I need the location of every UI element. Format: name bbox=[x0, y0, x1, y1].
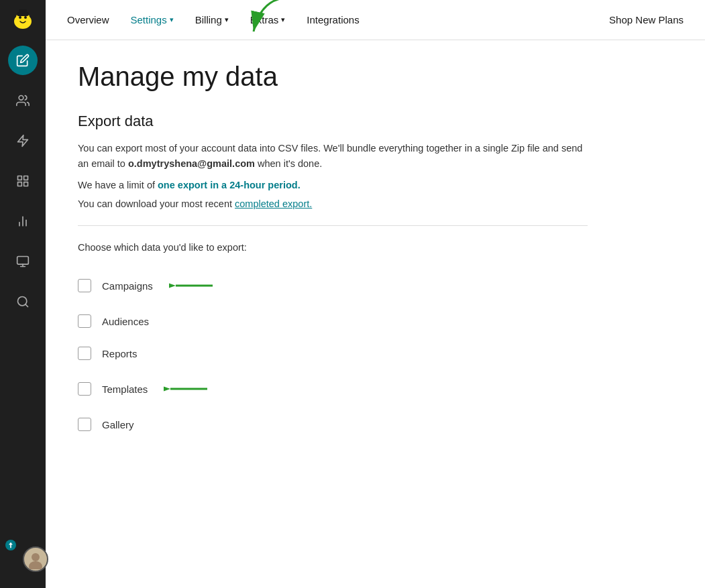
reports-checkbox-item: Reports bbox=[78, 337, 673, 369]
svg-point-6 bbox=[19, 96, 23, 101]
campaigns-label: Campaigns bbox=[102, 280, 153, 292]
export-description: You can export most of your account data… bbox=[78, 141, 588, 172]
svg-rect-10 bbox=[24, 182, 28, 186]
gallery-checkbox-item: Gallery bbox=[78, 408, 673, 440]
export-section-heading: Export data bbox=[78, 113, 673, 130]
nav-billing[interactable]: Billing ▾ bbox=[195, 11, 229, 28]
extras-chevron: ▾ bbox=[281, 15, 285, 24]
automations-nav-icon[interactable] bbox=[8, 126, 38, 156]
audiences-checkbox[interactable] bbox=[78, 314, 91, 328]
search-nav-icon[interactable] bbox=[8, 287, 38, 316]
completed-export-text: You can download your most recent comple… bbox=[78, 198, 673, 209]
templates-checkbox-item: Templates bbox=[78, 369, 673, 408]
gallery-checkbox[interactable] bbox=[78, 418, 91, 431]
section-divider bbox=[78, 225, 588, 226]
svg-line-19 bbox=[25, 304, 28, 307]
billing-chevron: ▾ bbox=[225, 15, 229, 24]
campaigns-checkbox[interactable] bbox=[78, 279, 91, 292]
nav-extras[interactable]: Extras ▾ bbox=[250, 11, 286, 28]
export-checkbox-list: Campaigns Audiences R bbox=[78, 266, 673, 440]
content-area: Manage my data Export data You can expor… bbox=[46, 40, 705, 462]
nav-settings[interactable]: Settings ▾ bbox=[131, 11, 174, 28]
content-nav-icon[interactable] bbox=[8, 166, 38, 196]
upload-icon bbox=[7, 542, 14, 548]
avatar-image bbox=[25, 549, 46, 569]
svg-rect-3 bbox=[19, 9, 27, 13]
content2-nav-icon[interactable] bbox=[8, 247, 38, 276]
mailchimp-logo bbox=[11, 8, 35, 32]
campaigns-arrow-annotation bbox=[169, 276, 216, 296]
templates-checkbox[interactable] bbox=[78, 382, 91, 396]
svg-rect-9 bbox=[24, 176, 28, 180]
settings-chevron: ▾ bbox=[170, 15, 174, 24]
gallery-label: Gallery bbox=[102, 419, 134, 430]
svg-point-21 bbox=[32, 553, 40, 561]
audiences-checkbox-item: Audiences bbox=[78, 305, 673, 337]
page-title: Manage my data bbox=[78, 62, 673, 91]
nav-overview[interactable]: Overview bbox=[67, 11, 109, 28]
user-avatar[interactable] bbox=[23, 546, 48, 572]
campaigns-checkbox-item: Campaigns bbox=[78, 266, 673, 305]
sidebar bbox=[0, 0, 46, 588]
nav-shop-new-plans[interactable]: Shop New Plans bbox=[609, 14, 684, 25]
templates-label: Templates bbox=[102, 384, 148, 395]
svg-rect-11 bbox=[18, 182, 22, 186]
svg-rect-8 bbox=[18, 176, 22, 180]
main-content: Overview Settings ▾ Billing ▾ Extras ▾ I… bbox=[46, 0, 705, 588]
campaigns-nav-icon[interactable] bbox=[8, 46, 38, 75]
svg-point-4 bbox=[19, 16, 21, 19]
limit-text: We have a limit of one export in a 24-ho… bbox=[78, 180, 673, 190]
nav-integrations[interactable]: Integrations bbox=[307, 11, 359, 28]
completed-export-link[interactable]: completed export. bbox=[235, 198, 312, 209]
reports-label: Reports bbox=[102, 348, 138, 359]
templates-arrow-annotation bbox=[164, 379, 211, 399]
svg-point-5 bbox=[24, 16, 27, 19]
audiences-label: Audiences bbox=[102, 316, 149, 327]
top-nav: Overview Settings ▾ Billing ▾ Extras ▾ I… bbox=[46, 0, 705, 40]
svg-marker-7 bbox=[18, 135, 28, 147]
audience-nav-icon[interactable] bbox=[8, 86, 38, 115]
choose-label: Choose which data you'd like to export: bbox=[78, 242, 673, 253]
analytics-nav-icon[interactable] bbox=[8, 207, 38, 236]
logo-container[interactable] bbox=[0, 0, 46, 40]
avatar-badge bbox=[5, 540, 16, 550]
reports-checkbox[interactable] bbox=[78, 347, 91, 360]
svg-rect-15 bbox=[17, 257, 29, 265]
